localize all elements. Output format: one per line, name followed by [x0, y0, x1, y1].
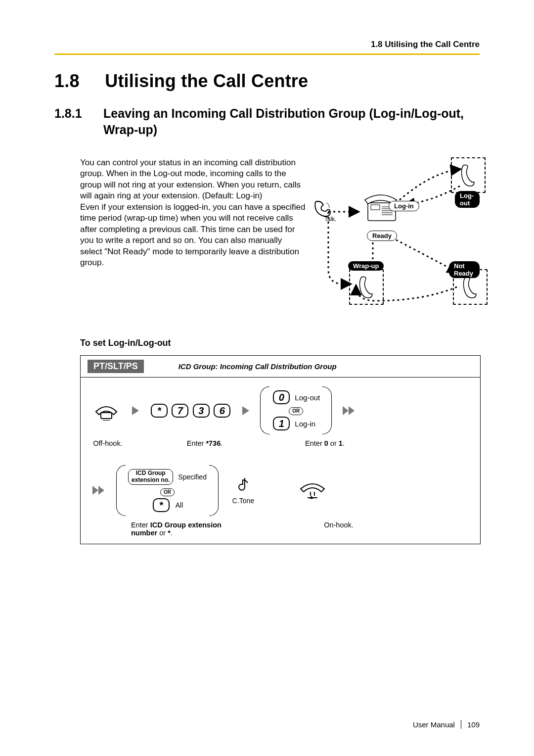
intro-paragraph: You can control your status in an incomi…: [80, 157, 306, 311]
keycap-3: 3: [193, 404, 210, 418]
or-label: OR: [160, 488, 175, 496]
keycap-0: 0: [273, 390, 290, 404]
label-all: All: [176, 501, 183, 509]
svg-rect-1: [371, 205, 380, 210]
label-logout: Log-out: [455, 191, 480, 208]
procedure-heading: To set Log-in/Log-out: [80, 338, 480, 348]
label-login: Log-in: [389, 201, 419, 211]
running-head: 1.8 Utilising the Call Centre: [54, 40, 480, 53]
arrow-icon: [241, 405, 250, 416]
box-logout: [451, 157, 486, 193]
label-wrapup: Wrap-up: [348, 261, 384, 271]
state-diagram: Talk. Log-in Log-out Ready Wrap-up: [309, 157, 480, 311]
footer-separator: [461, 720, 461, 729]
offhook-icon: [94, 401, 119, 421]
handset-icon: [461, 275, 480, 299]
label-ctone: C.Tone: [232, 497, 254, 505]
box-wrapup: [349, 269, 384, 305]
chapter-title: 1.8 Utilising the Call Centre: [54, 71, 480, 92]
page-footer: User Manual 109: [413, 720, 480, 729]
keycap-7: 7: [172, 404, 188, 418]
icd-group-key: ICD Group extension no.: [128, 469, 173, 485]
footer-page: 109: [467, 720, 480, 729]
handset-icon: [357, 275, 376, 299]
caption-icd: Enter ICD Group extension number or *.: [116, 521, 255, 537]
caption-offhook: Off-hook.: [91, 439, 124, 447]
caption-option: Enter 0 or 1.: [285, 439, 364, 447]
double-arrow-icon: [342, 405, 356, 416]
header-rule: [54, 53, 480, 55]
keycap-star: *: [153, 498, 170, 512]
section-title: 1.8.1 Leaving an Incoming Call Distribut…: [54, 105, 480, 138]
keycap-star: *: [151, 404, 168, 418]
label-logout-option: Log-out: [295, 393, 320, 402]
procedure-subtitle: ICD Group: Incoming Call Distribution Gr…: [178, 362, 337, 371]
note-icon: [237, 476, 250, 493]
option-group: 0 Log-out OR 1 Log-in: [260, 386, 332, 434]
handset-icon: [459, 163, 478, 187]
label-login-option: Log-in: [295, 420, 315, 428]
chapter-number: 1.8: [54, 71, 100, 92]
double-arrow-icon: [91, 485, 106, 496]
label-talk: Talk.: [324, 216, 337, 223]
onhook-icon: [299, 481, 326, 500]
chapter-text: Utilising the Call Centre: [105, 71, 308, 91]
label-specified: Specified: [178, 473, 207, 481]
keycap-6: 6: [214, 404, 230, 418]
caption-onhook: On-hook.: [309, 521, 368, 529]
section-number: 1.8.1: [54, 105, 100, 122]
label-notready: Not Ready: [449, 261, 480, 278]
caption-keys: Enter *736.: [153, 439, 257, 447]
arrow-icon: [131, 405, 140, 416]
procedure-box: PT/SLT/PS ICD Group: Incoming Call Distr…: [80, 355, 481, 544]
label-ready: Ready: [367, 231, 397, 241]
device-tag: PT/SLT/PS: [88, 360, 144, 373]
keycap-1: 1: [273, 417, 290, 430]
section-text: Leaving an Incoming Call Distribution Gr…: [103, 105, 469, 138]
key-sequence: * 7 3 6: [150, 404, 231, 418]
footer-label: User Manual: [413, 720, 455, 729]
or-label: OR: [289, 407, 303, 415]
svg-rect-7: [101, 413, 112, 419]
icd-group-choice: ICD Group extension no. Specified OR * A…: [116, 465, 219, 516]
